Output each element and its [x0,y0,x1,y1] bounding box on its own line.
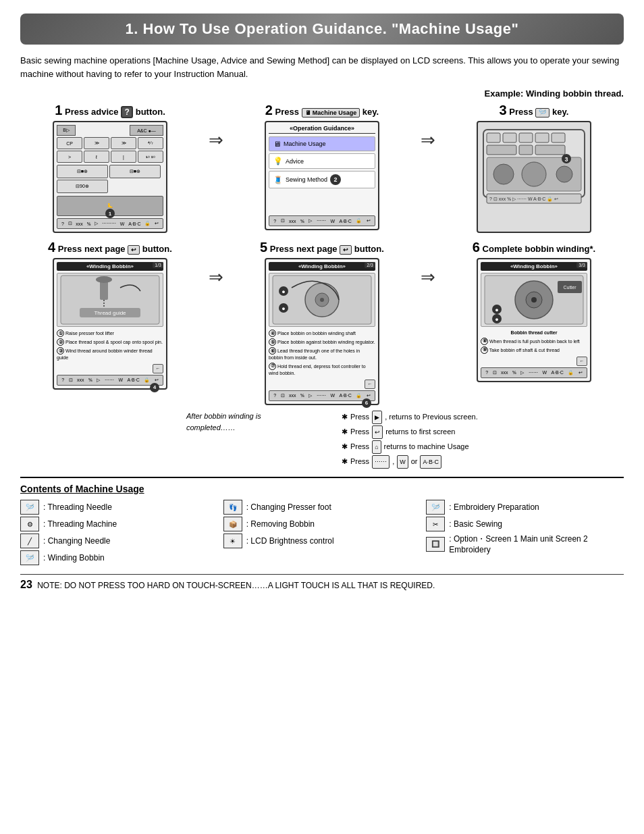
first-screen-icon[interactable]: ↩ [372,425,383,439]
press-label-4: Press [350,455,369,469]
btn-wide-1[interactable]: ⊟■⊕ [57,165,108,178]
circle-3a: ⑧ [481,338,488,345]
contents-col-3: 🪡 : Embroidery Preparation ✂ : Basic Sew… [426,500,624,567]
bb4-lock: 🔒 [356,393,362,398]
ws-back-btn-3[interactable]: ← [576,357,587,366]
btn-r4[interactable]: ₁₀ ₂₀ [138,151,163,163]
btn-wide-3[interactable]: ⊟90⊕ [57,180,108,193]
ws-bottom-2: ? ⊡ xxx ⅝ ▷ ⋯⋯ W A·B·C 🔒 ↩ [269,390,375,401]
btn-cp[interactable]: CP [57,137,82,149]
arrow-1-2: ⇒ [207,103,225,151]
svg-rect-8 [535,145,565,155]
btn-r3[interactable]: | [111,151,136,163]
step-badge-6: 6 [362,398,371,408]
arrow-4-5: ⇒ [207,240,225,288]
bb4-abc: A·B·C [339,393,351,398]
threading-needle-icon: 🪡 [20,500,39,515]
intro-text: Basic sewing machine operations [Machine… [20,54,624,80]
press-or: or [411,455,418,469]
svg-rect-5 [552,133,565,142]
contents-col-2: 👣 : Changing Presser foot 📦 : Removing B… [223,500,421,567]
press-text-1: , returns to Previous screen. [385,411,478,424]
btn-s1[interactable]: ≫ [84,137,109,149]
circle-2a: ④ [269,330,276,337]
prev-screen-icon[interactable]: ▶ [372,411,382,424]
option-screen-label: : Option・Screen 1 Main unit Screen 2 Emb… [449,533,624,554]
og-item-advice[interactable]: 💡 Advice [269,153,375,169]
btn-s3[interactable]: ⁴⁄₇ [138,137,163,149]
bb5-lock: 🔒 [568,370,574,375]
bb5-xxx: xxx [501,370,508,375]
page-number: 23 [20,579,32,590]
ws-back-btn-1[interactable]: ← [153,364,163,373]
bb4-icon: ⊡ [281,393,285,398]
press-label-1: Press [350,411,369,424]
svg-rect-2 [503,133,516,142]
bb-icon1: ⊡ [68,221,72,226]
ws-nav-2: ← [269,380,375,389]
step-1-header: 1 Press advice ? button. [20,103,200,118]
contents-item-threading-needle: 🪡 : Threading Needle [20,500,218,515]
bb2-q: ? [273,219,276,224]
ws-step-1c: ③ Wind thread around bobbin winder threa… [57,347,163,361]
btn-wide-2[interactable]: ⊟■⊕ [109,165,161,178]
btn-r1[interactable]: > [57,151,82,163]
step-badge-1: 1 [105,209,115,218]
winding-screen-2: «Winding Bobbin» 2/3 ● ● [265,258,379,405]
svg-point-11 [522,162,546,186]
arrow-2-3: ⇒ [419,103,437,151]
bb5-abc: A·B·C [551,370,563,375]
panel-row-4: ⊟90⊕ [57,180,163,193]
dots-icon[interactable]: ⋯⋯ [372,455,390,469]
contents-grid: 🪡 : Threading Needle ⚙ : Threading Machi… [20,500,624,567]
step-2-key-suffix: key. [363,107,379,117]
step-2-header: 2 Press 🖥 Machine Usage key. [232,103,412,118]
svg-text:Thread guide: Thread guide [94,310,126,316]
press-row-4: ✱ Press ⋯⋯ , W or A·B·C [342,455,478,469]
bb5-frac: ⅝ [512,370,516,375]
advice-icon: ? [121,106,133,118]
bb-lock: 🔒 [144,221,151,226]
abc-icon[interactable]: A·B·C [420,455,441,469]
step-1-num: 1 [55,103,62,118]
ws-img-1: Thread guide [57,273,163,327]
panel-bottom-bar-1: ? ⊡ xxx ⅝ ▷ ⋯⋯⋯ W A·B·C 🔒 ↩ [57,218,163,229]
changing-needle-icon: ╱ [20,533,39,548]
threading-needle-label: : Threading Needle [43,502,112,512]
w-icon[interactable]: W [397,455,408,469]
step-5-key[interactable]: ↩ [340,245,352,255]
title-bar: 1. How To Use Operation Guidance. "Machi… [20,14,624,45]
bb4-arr: ▷ [308,393,312,398]
step-4-key[interactable]: ↩ [128,245,140,255]
machine-usage-key[interactable]: 🖥 Machine Usage [302,108,360,118]
bb4-ret: ↩ [367,393,371,398]
machine-image-step3: 3 ? ⊡ xxx ⅝ ▷ ⋯⋯ W A·B·C 🔒 ↩ [477,121,591,233]
bb3-w: W [118,377,123,382]
after-spacer [20,411,135,471]
bb2-w: W [330,219,335,224]
og-item-sewing[interactable]: 🧵 Sewing Method 2 [269,171,375,188]
machine-usage-return-icon[interactable]: ⌂ [372,440,381,454]
after-bobbin-section: After bobbin winding is completed…… ✱ Pr… [20,411,624,471]
step-3-key[interactable]: 🪡 [535,108,549,118]
btn-s2[interactable]: ≫ [111,137,136,149]
contents-section: Contents of Machine Usage 🪡 : Threading … [20,477,624,567]
svg-text:3: 3 [564,156,568,163]
btn-r2[interactable]: ℓ [84,151,109,163]
og-bottom-bar: ? ⊡ xxx ⅝ ▷ ⋯⋯ W A·B·C 🔒 ↩ [269,215,375,226]
bb2-dots: ⋯⋯ [317,218,326,224]
example-label: Example: Winding bobbin thread. [20,88,624,99]
bb2-arr: ▷ [308,218,312,224]
bb2-lock: 🔒 [356,218,362,224]
og-item-machine[interactable]: 🖥 Machine Usage [269,136,375,151]
step-6-label: Complete bobbin winding*. [483,244,596,254]
contents-col-1: 🪡 : Threading Needle ⚙ : Threading Machi… [20,500,218,567]
ws-back-btn-2[interactable]: ← [365,380,375,389]
press-row-2: ✱ Press ↩ returns to first screen [342,425,478,439]
press-text-3: returns to machine Usage [384,440,469,454]
step-3-num: 3 [500,103,507,118]
star-2: ✱ [342,425,348,439]
press-rows-container: ✱ Press ▶ , returns to Previous screen. … [342,411,478,471]
press-label-3: Press [350,440,369,454]
changing-needle-label: : Changing Needle [43,536,110,546]
